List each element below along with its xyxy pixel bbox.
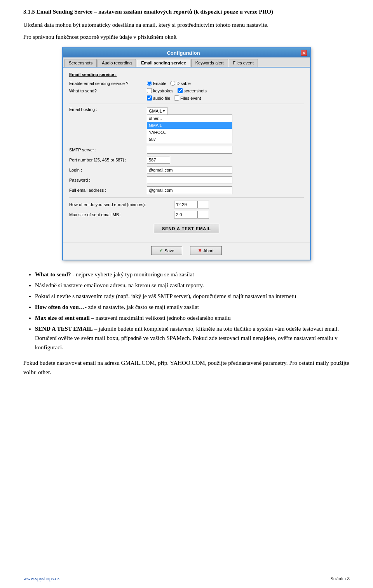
tab-keywords-alert[interactable]: Keywords alert (191, 59, 228, 67)
dropdown-option-yahoo[interactable]: YAHOO... (147, 129, 232, 136)
tab-audio-recording[interactable]: Audio recording (98, 59, 136, 67)
list-item: How often do you…- zde si nastavíte, jak… (35, 302, 350, 312)
bullet-text-4: - zde si nastavíte, jak často se mají em… (85, 304, 199, 310)
save-checkmark-icon: ✔ (159, 248, 163, 253)
intro-line2: Pro správnou funkčnost pozorně vyplňte ú… (23, 33, 350, 42)
bullet-text-1: - nejprve vyberte jaký typ monitoringu s… (72, 271, 194, 278)
screenshots-label: screenshots (184, 88, 207, 93)
filesevent-label: Files event (180, 96, 201, 101)
section-number: 3.1.5 (23, 9, 35, 15)
bottom-paragraph: Pokud budete nastavovat email na adresu … (23, 358, 350, 377)
enable-radio-item: Enable (147, 81, 166, 86)
what-to-send-checkboxes2: audio file Files event (147, 95, 201, 101)
config-window: Configuration × Screenshots Audio record… (62, 47, 311, 260)
how-often-row: How often do you send e-mail (minutes): (69, 201, 304, 208)
what-to-send-row2: audio file Files event (69, 95, 304, 101)
footer-url: www.spyshops.cz (23, 576, 59, 582)
port-label: Port number [25, 465 or 587] : (69, 158, 147, 162)
screenshots-checkbox-item: screenshots (178, 88, 207, 93)
config-titlebar: Configuration × (63, 48, 310, 57)
port-row: Port number [25, 465 or 587] : (69, 156, 304, 164)
save-button[interactable]: ✔ Save (151, 246, 182, 255)
email-hosting-dropdown[interactable]: GMAIL ▼ (147, 107, 167, 115)
full-email-label: Full email address : (69, 188, 147, 193)
enable-service-controls: Enable Disable (147, 81, 191, 86)
full-email-input[interactable] (147, 186, 232, 194)
divider1 (69, 104, 304, 104)
enable-label: Enable (153, 81, 166, 86)
screenshots-checkbox[interactable] (178, 88, 183, 93)
dropdown-option-587[interactable]: 587 (147, 136, 232, 143)
section-label: Email sending service : (69, 72, 304, 77)
list-item: Následně si nastavte emailovou adresu, n… (35, 281, 350, 290)
filesevent-checkbox[interactable] (174, 95, 179, 101)
dropdown-option-other[interactable]: other... (147, 115, 232, 122)
dropdown-option-gmail[interactable]: GMAIL (147, 122, 232, 129)
disable-radio[interactable] (170, 81, 175, 86)
subtitle-text: – nastavení zasílání emailových reportů … (94, 9, 273, 15)
full-email-row: Full email address : (69, 186, 304, 194)
email-hosting-dropdown-container: GMAIL ▼ other... GMAIL YAHOO... 587 (147, 107, 167, 115)
bullet-bold-5: Max size of sent email (35, 315, 90, 321)
filesevent-checkbox-item: Files event (174, 95, 201, 101)
password-label: Password : (69, 178, 147, 182)
audiofile-label: audio file (153, 96, 170, 101)
password-input[interactable] (147, 176, 232, 184)
bullet-bold-1: What to send? (35, 271, 71, 278)
divider2 (69, 197, 304, 198)
enable-radio[interactable] (147, 81, 152, 86)
port-input[interactable] (147, 156, 170, 164)
list-item: Pokud si nevíte s nastavením rady (např.… (35, 291, 350, 301)
list-item: SEND A TEST EMAIL – jakmile budete mít k… (35, 324, 350, 352)
how-often-input[interactable] (174, 201, 197, 208)
keystrokes-checkbox[interactable] (147, 88, 152, 93)
what-to-send-row: What to send? keystrokes screenshots (69, 88, 304, 93)
bullet-bold-4: How often do you… (35, 304, 85, 310)
save-button-label: Save (164, 248, 174, 253)
list-item: Max size of sent email – nastavení maxim… (35, 313, 350, 323)
section-title: 3.1.5 Email Sending Service – nastavení … (23, 8, 350, 16)
bullet-text-2: Následně si nastavte emailovou adresu, n… (35, 282, 204, 288)
intro-line1: Uložená data mohou být automaticky odesí… (23, 21, 350, 29)
bullet-list: What to send? - nejprve vyberte jaký typ… (23, 270, 350, 352)
footer-page: Stránka 8 (331, 576, 350, 582)
smtp-server-input[interactable] (147, 146, 232, 154)
login-row: Login : (69, 166, 304, 174)
email-hosting-row: Email hosting : GMAIL ▼ other... GMAIL Y… (69, 107, 304, 115)
abort-button-label: Abort (203, 248, 213, 253)
how-often-label: How often do you send e-mail (minutes): (69, 202, 174, 207)
dropdown-arrow-icon: ▼ (162, 109, 166, 113)
config-tabs: Screenshots Audio recording Email sendin… (63, 57, 310, 68)
tab-screenshots[interactable]: Screenshots (64, 59, 97, 67)
tab-email-sending-service[interactable]: Email sending service (137, 59, 190, 67)
list-item: What to send? - nejprve vyberte jaký typ… (35, 270, 350, 279)
bullet-text-5: – nastavení maximální velikosti jednoho … (91, 315, 231, 321)
page-footer: www.spyshops.cz Stránka 8 (0, 573, 373, 582)
enable-service-row: Enable email sending service ? Enable Di… (69, 81, 304, 86)
title-text: Email Sending Service (37, 9, 92, 15)
how-often-spin[interactable] (197, 201, 209, 208)
what-to-send-label: What to send? (69, 88, 147, 93)
disable-label: Disable (176, 81, 191, 86)
send-test-email-button[interactable]: SEND A TEST EMAIL (154, 224, 219, 233)
audiofile-checkbox-item: audio file (147, 95, 170, 101)
max-size-row: Max size of sent email MB : (69, 211, 304, 219)
bullet-bold-6: SEND A TEST EMAIL (35, 326, 93, 332)
what-to-send-checkboxes: keystrokes screenshots (147, 88, 207, 93)
dropdown-list: other... GMAIL YAHOO... 587 (147, 114, 232, 143)
keystrokes-checkbox-item: keystrokes (147, 88, 174, 93)
login-input[interactable] (147, 166, 232, 174)
max-size-input[interactable] (174, 211, 197, 219)
login-label: Login : (69, 168, 147, 172)
config-bottom-buttons: ✔ Save ✖ Abort (63, 243, 310, 260)
disable-radio-item: Disable (170, 81, 191, 86)
keystrokes-label: keystrokes (153, 88, 174, 93)
email-hosting-value: GMAIL (149, 109, 162, 113)
tab-files-event[interactable]: Files event (229, 59, 258, 67)
abort-button[interactable]: ✖ Abort (190, 246, 221, 255)
close-button[interactable]: × (301, 50, 307, 56)
audiofile-checkbox[interactable] (147, 95, 152, 101)
config-body: Email sending service : Enable email sen… (63, 68, 310, 243)
max-size-spin[interactable] (197, 211, 209, 219)
bullet-text-3: Pokud si nevíte s nastavením rady (např.… (35, 293, 296, 299)
